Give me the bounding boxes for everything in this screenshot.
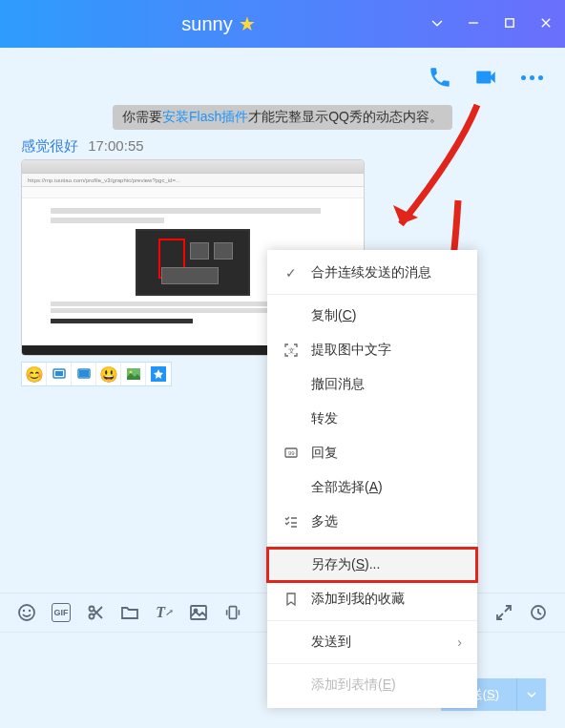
dropdown-icon[interactable] [428,14,447,34]
menu-label: 发送到 [311,634,351,651]
expand-icon[interactable] [494,603,513,622]
send-dropdown[interactable] [517,678,546,711]
history-icon[interactable] [529,603,548,622]
screen2-tool-icon[interactable] [72,363,96,385]
menu-save-as[interactable]: 另存为(S)... [267,548,477,582]
list-icon [282,513,300,530]
menu-label: 添加到我的收藏 [311,591,405,608]
menu-divider [267,620,477,621]
menu-label: 转发 [311,410,338,427]
svg-text:99: 99 [288,450,295,456]
menu-ocr[interactable]: 文 提取图中文字 [267,333,477,367]
notice-suffix: 才能完整显示QQ秀的动态内容。 [248,109,443,124]
emoji-icon[interactable] [17,603,36,622]
menu-label: 全部选择(A) [311,479,383,496]
menu-favorite[interactable]: 添加到我的收藏 [267,582,477,616]
bookmark-icon [282,591,300,608]
menu-label: 另存为(S)... [311,556,380,573]
fake-address-bar: https://mp.toutiao.com/profile_v3/graphi… [22,174,364,187]
send-icon[interactable]: T↗ [155,603,174,622]
window-controls [428,14,555,34]
image-tool-icon[interactable] [121,363,146,385]
menu-divider [267,294,477,295]
svg-rect-17 [191,606,206,619]
context-menu: ✓ 合并连续发送的消息 复制(C) 文 提取图中文字 撤回消息 转发 99 回复… [267,250,477,708]
menu-label: 添加到表情(E) [311,676,396,694]
menu-add-emoji: 添加到表情(E) [267,668,477,702]
flash-link[interactable]: 安装Flash插件 [162,109,248,124]
sender-name: 感觉很好 [21,137,78,154]
menu-label: 复制(C) [311,307,356,324]
svg-text:文: 文 [288,347,295,354]
phone-icon[interactable] [428,65,452,90]
folder-icon[interactable] [120,603,139,622]
menu-divider [267,543,477,544]
svg-point-14 [29,610,31,612]
screen1-tool-icon[interactable] [47,363,72,385]
scissors-icon[interactable] [86,603,105,622]
video-icon[interactable] [473,65,498,90]
emoji-tool-icon[interactable]: 😊 [22,363,47,385]
menu-multi-select[interactable]: 多选 [267,505,477,539]
message-toolbar: 😊 😃 [21,362,172,386]
chevron-right-icon: › [457,634,462,650]
gif-icon[interactable]: GIF [52,603,71,622]
star-icon: ★ [239,12,256,35]
maximize-button[interactable] [500,14,519,34]
menu-divider [267,663,477,664]
svg-rect-1 [506,18,513,26]
menu-merge[interactable]: ✓ 合并连续发送的消息 [267,256,477,290]
title-text: sunny [181,13,232,35]
svg-point-13 [23,610,25,612]
menu-label: 多选 [311,513,338,530]
window-title: sunny ★ [10,12,428,35]
reply-icon: 99 [282,445,300,462]
close-button[interactable] [536,14,555,34]
more-icon[interactable] [519,65,544,90]
svg-rect-3 [55,371,63,376]
shake-icon[interactable] [223,603,242,622]
menu-reply[interactable]: 99 回复 [267,436,477,470]
image-icon[interactable] [189,603,208,622]
message-meta: 感觉很好 17:00:55 [0,137,565,156]
titlebar: sunny ★ [0,0,565,48]
svg-rect-5 [79,370,89,377]
star-tool-icon[interactable] [146,363,171,385]
menu-forward[interactable]: 转发 [267,402,477,436]
check-icon: ✓ [282,264,300,281]
smiley-tool-icon[interactable]: 😃 [96,363,121,385]
fake-toolbar [22,187,364,198]
flash-notice: 你需要安装Flash插件才能完整显示QQ秀的动态内容。 [113,105,452,130]
svg-rect-19 [229,607,236,619]
ocr-icon: 文 [282,342,300,359]
menu-recall[interactable]: 撤回消息 [267,367,477,402]
menu-label: 撤回消息 [311,376,365,393]
svg-point-12 [19,605,34,620]
menu-label: 合并连续发送的消息 [311,264,431,281]
menu-select-all[interactable]: 全部选择(A) [267,470,477,505]
message-time: 17:00:55 [88,137,143,154]
minimize-button[interactable] [464,14,483,34]
fake-browser-tabs [22,160,364,174]
menu-send-to[interactable]: 发送到 › [267,625,477,659]
action-bar [0,48,565,97]
fake-photo [136,229,250,296]
notice-prefix: 你需要 [122,109,162,124]
menu-copy[interactable]: 复制(C) [267,299,477,333]
menu-label: 提取图中文字 [311,342,391,359]
menu-label: 回复 [311,445,338,462]
